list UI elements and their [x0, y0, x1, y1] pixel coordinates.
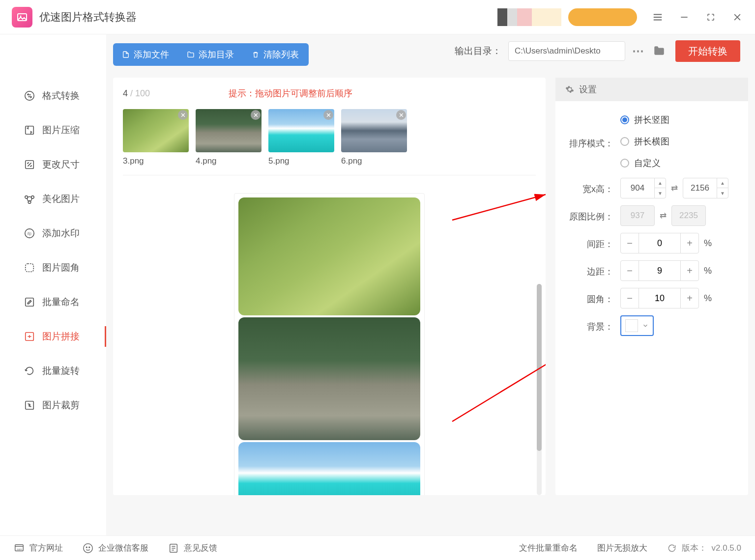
settings-title: 设置: [579, 84, 597, 95]
svg-text:印: 印: [28, 232, 31, 236]
drag-hint: 提示：拖动图片可调整前后顺序: [229, 87, 352, 99]
beautify-icon: [24, 193, 35, 205]
sidebar-item-format[interactable]: 格式转换: [0, 79, 106, 113]
scrollbar[interactable]: [537, 284, 542, 495]
compress-icon: [24, 124, 35, 136]
bg-label: 背景：: [564, 319, 613, 333]
svg-line-16: [452, 353, 546, 421]
add-file-button[interactable]: 添加文件: [113, 49, 178, 60]
version-info[interactable]: 版本：v2.0.5.0: [667, 542, 742, 554]
swap-icon[interactable]: ⇄: [671, 183, 678, 194]
margin-input[interactable]: [639, 261, 681, 280]
mode-label: 排序模式：: [564, 114, 613, 149]
radio-custom[interactable]: 自定义: [620, 157, 669, 169]
thumb-filename: 4.png: [196, 156, 261, 166]
width-up[interactable]: ▲: [655, 178, 666, 188]
thumbnail[interactable]: ✕4.png: [196, 109, 261, 166]
swap-icon: [24, 90, 35, 102]
sidebar-label: 更改尺寸: [42, 158, 80, 171]
thumb-close-button[interactable]: ✕: [323, 110, 333, 120]
sidebar-item-crop[interactable]: 图片裁剪: [0, 388, 106, 422]
clear-list-button[interactable]: 清除列表: [243, 49, 308, 60]
ratio-label: 原图比例：: [564, 209, 613, 223]
margin-plus[interactable]: +: [681, 261, 698, 280]
radius-plus[interactable]: +: [681, 288, 698, 308]
radius-label: 圆角：: [564, 291, 613, 305]
sidebar-item-watermark[interactable]: 印添加水印: [0, 216, 106, 251]
add-dir-button[interactable]: 添加目录: [178, 49, 243, 60]
svg-point-19: [84, 543, 92, 552]
swap-icon: ⇄: [660, 211, 667, 221]
minimize-button[interactable]: [678, 11, 690, 23]
annotation-arrow-2: [447, 348, 546, 426]
wh-label: 宽x高：: [564, 181, 613, 195]
gap-input[interactable]: [639, 233, 681, 253]
footer-lossless-link[interactable]: 图片无损放大: [597, 542, 647, 554]
radio-vertical[interactable]: 拼长竖图: [620, 114, 669, 126]
footer-site[interactable]: .com官方网址: [14, 542, 63, 554]
preview-panel: [234, 193, 425, 495]
radio-horizontal[interactable]: 拼长横图: [620, 136, 669, 147]
resize-icon: [24, 159, 35, 170]
radius-minus[interactable]: −: [621, 288, 639, 308]
svg-point-2: [25, 91, 34, 100]
sidebar-label: 添加水印: [42, 227, 80, 240]
file-count: 4 / 100: [123, 88, 150, 99]
sidebar-item-stitch[interactable]: 图片拼接: [0, 319, 106, 354]
sidebar-item-compress[interactable]: 图片压缩: [0, 113, 106, 147]
sidebar-item-resize[interactable]: 更改尺寸: [0, 147, 106, 182]
sidebar-item-rotate[interactable]: 批量旋转: [0, 354, 106, 388]
thumbnail[interactable]: ✕3.png: [123, 109, 189, 166]
stitch-icon: [24, 331, 35, 342]
crop-icon: [24, 399, 35, 411]
gap-plus[interactable]: +: [681, 233, 698, 253]
sidebar-label: 图片圆角: [42, 261, 80, 274]
hamburger-icon[interactable]: [652, 11, 664, 23]
svg-rect-11: [26, 264, 34, 272]
height-down[interactable]: ▼: [717, 188, 728, 198]
thumb-close-button[interactable]: ✕: [251, 110, 261, 120]
start-convert-button[interactable]: 开始转换: [675, 40, 740, 62]
svg-point-21: [89, 547, 90, 548]
footer-rename-link[interactable]: 文件批量重命名: [519, 542, 578, 554]
sidebar-label: 图片拼接: [42, 330, 80, 343]
height-input[interactable]: ▲▼: [683, 178, 728, 198]
open-folder-button[interactable]: [652, 44, 668, 58]
width-down[interactable]: ▼: [655, 188, 666, 198]
footer-wechat[interactable]: 企业微信客服: [83, 542, 148, 554]
rename-icon: [24, 296, 35, 308]
thumb-close-button[interactable]: ✕: [178, 110, 188, 120]
radius-input[interactable]: [639, 288, 681, 308]
gear-icon: [565, 85, 574, 94]
gap-minus[interactable]: −: [621, 233, 639, 253]
margin-minus[interactable]: −: [621, 261, 639, 280]
maximize-button[interactable]: [705, 11, 717, 23]
sidebar-label: 格式转换: [42, 89, 80, 102]
sidebar-item-rename[interactable]: 批量命名: [0, 285, 106, 319]
thumbnail[interactable]: ✕5.png: [268, 109, 334, 166]
watermark-icon: 印: [24, 227, 35, 239]
sidebar: 格式转换 图片压缩 更改尺寸 美化图片 印添加水印 图片圆角 批量命名 图片拼接…: [0, 34, 106, 535]
footer-feedback[interactable]: 意见反馈: [168, 542, 217, 554]
thumb-filename: 6.png: [341, 156, 407, 166]
thumbnail[interactable]: ✕6.png: [341, 109, 407, 166]
action-toolbar: 添加文件 添加目录 清除列表: [113, 43, 309, 66]
sidebar-item-corner[interactable]: 图片圆角: [0, 251, 106, 285]
width-input[interactable]: ▲▼: [620, 178, 666, 198]
height-up[interactable]: ▲: [717, 178, 728, 188]
app-title: 优速图片格式转换器: [39, 10, 137, 25]
thumb-filename: 3.png: [123, 156, 189, 166]
output-path-input[interactable]: [508, 41, 625, 61]
user-blur-block: [497, 8, 637, 26]
corner-icon: [24, 262, 35, 274]
annotation-arrow-1: [447, 191, 546, 225]
svg-point-7: [31, 196, 34, 199]
browse-button[interactable]: ⋯: [632, 44, 645, 58]
bg-color-picker[interactable]: [620, 315, 654, 336]
close-button[interactable]: [731, 11, 743, 23]
thumb-close-button[interactable]: ✕: [396, 110, 406, 120]
preview-image-1: [238, 197, 420, 315]
sidebar-item-beautify[interactable]: 美化图片: [0, 182, 106, 216]
svg-rect-3: [26, 126, 34, 135]
chevron-down-icon: [642, 322, 649, 329]
